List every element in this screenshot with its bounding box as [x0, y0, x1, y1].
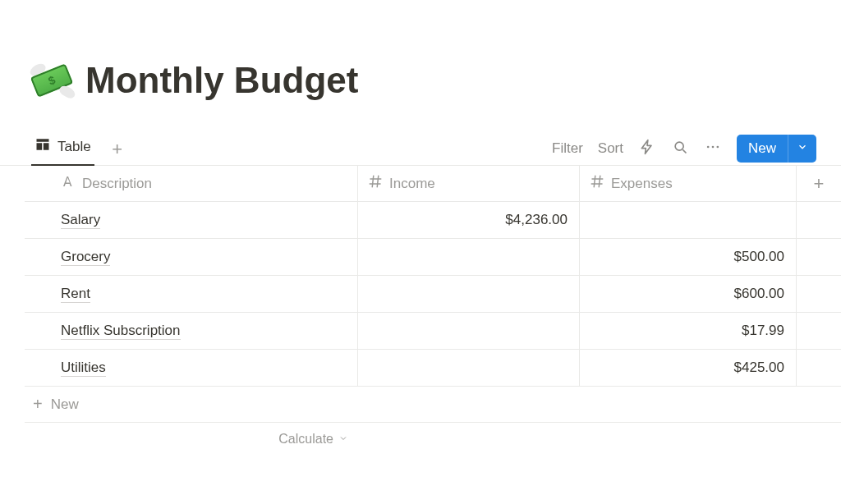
cell-expenses[interactable]: $500.00: [580, 239, 797, 275]
column-header-income[interactable]: Income: [358, 166, 580, 201]
column-header-expenses[interactable]: Expenses: [580, 166, 797, 201]
column-header-label: Income: [389, 176, 435, 192]
search-button[interactable]: [671, 140, 689, 158]
cell-expenses[interactable]: $425.00: [580, 350, 797, 386]
cell-description[interactable]: Grocery: [25, 239, 358, 275]
cell-income[interactable]: [358, 276, 580, 312]
chevron-down-icon: [797, 141, 808, 156]
cell-income[interactable]: $4,236.00: [358, 202, 580, 238]
filter-button[interactable]: Filter: [552, 140, 583, 157]
plus-icon: +: [112, 139, 122, 160]
table-row[interactable]: Utilities $425.00: [25, 350, 841, 387]
calculate-label: Calculate: [278, 432, 333, 447]
column-header-description[interactable]: Description: [25, 166, 358, 201]
cell-expenses[interactable]: $17.99: [580, 313, 797, 349]
table-row[interactable]: Grocery $500.00: [25, 239, 841, 276]
text-property-icon: [61, 174, 76, 193]
number-property-icon: [368, 174, 383, 193]
svg-point-3: [712, 145, 715, 148]
cell-expenses[interactable]: $600.00: [580, 276, 797, 312]
cell-description[interactable]: Salary: [25, 202, 358, 238]
svg-point-2: [707, 145, 710, 148]
cell-income[interactable]: [358, 239, 580, 275]
new-button[interactable]: New: [737, 135, 816, 163]
table-header-row: Description Income Expenses +: [25, 166, 841, 202]
table-icon: [34, 136, 51, 157]
bolt-icon: [639, 139, 655, 158]
sort-button[interactable]: Sort: [598, 140, 623, 157]
chevron-down-icon: [338, 432, 348, 447]
plus-icon: +: [814, 173, 825, 195]
tab-label: Table: [57, 139, 91, 155]
tab-table[interactable]: Table: [31, 130, 94, 166]
table-row[interactable]: Salary $4,236.00: [25, 202, 841, 239]
cell-expenses[interactable]: [580, 202, 797, 238]
automations-button[interactable]: [638, 140, 656, 158]
database-table: Description Income Expenses + Salary $4,…: [0, 166, 841, 456]
svg-point-4: [716, 145, 719, 148]
svg-line-1: [682, 149, 686, 153]
search-icon: [672, 139, 688, 158]
table-row[interactable]: Rent $600.00: [25, 276, 841, 313]
column-header-label: Expenses: [611, 176, 673, 192]
add-column-button[interactable]: +: [797, 166, 841, 201]
cell-income[interactable]: [358, 313, 580, 349]
new-button-dropdown[interactable]: [788, 135, 816, 163]
dots-horizontal-icon: [705, 139, 721, 158]
cell-description[interactable]: Rent: [25, 276, 358, 312]
plus-icon: +: [33, 395, 43, 414]
page-icon-money-with-wings[interactable]: [31, 59, 74, 102]
cell-description[interactable]: Netflix Subscription: [25, 313, 358, 349]
add-row-button[interactable]: + New: [25, 387, 841, 423]
cell-description[interactable]: Utilities: [25, 350, 358, 386]
number-property-icon: [590, 174, 604, 193]
svg-point-0: [675, 142, 683, 150]
new-button-label: New: [737, 140, 788, 157]
table-row[interactable]: Netflix Subscription $17.99: [25, 313, 841, 350]
column-header-label: Description: [82, 176, 152, 192]
calculate-description[interactable]: Calculate: [25, 423, 358, 456]
more-button[interactable]: [704, 140, 722, 158]
add-view-button[interactable]: +: [106, 138, 129, 161]
page-title[interactable]: Monthly Budget: [85, 60, 358, 101]
add-row-label: New: [51, 396, 79, 413]
cell-income[interactable]: [358, 350, 580, 386]
